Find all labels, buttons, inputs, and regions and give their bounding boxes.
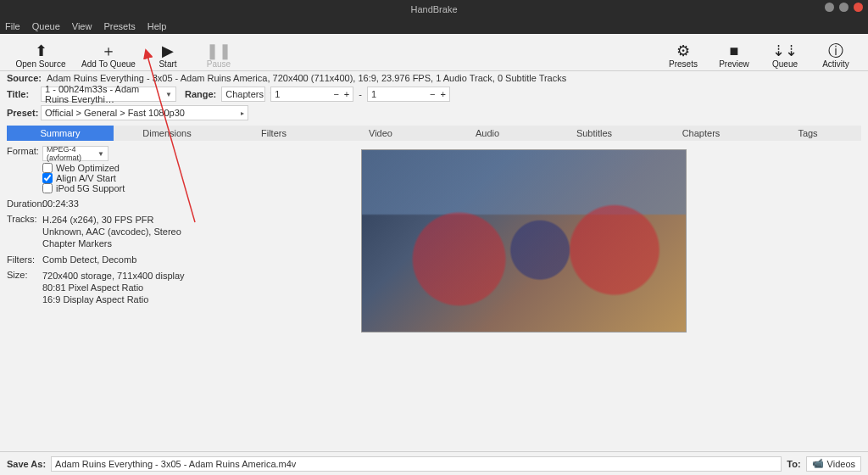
destination-button[interactable]: 📹 Videos — [806, 456, 861, 472]
filters-field: Filters: Comb Detect, Decomb — [7, 254, 354, 265]
range-label: Range: — [185, 89, 216, 99]
window-controls — [825, 3, 863, 12]
tab-subtitles[interactable]: Subtitles — [541, 126, 648, 141]
minus-icon[interactable]: − — [430, 89, 435, 99]
chevron-down-icon: ▼ — [160, 91, 172, 98]
range-to-input[interactable]: 1 −+ — [367, 87, 450, 102]
preview-thumbnail — [361, 149, 687, 332]
chevron-down-icon: ▼ — [92, 150, 104, 158]
preview-label: Preview — [719, 59, 749, 69]
destination-value: Videos — [827, 459, 855, 469]
format-dropdown[interactable]: MPEG-4 (avformat) ▼ — [42, 146, 108, 161]
tracks-field: Tracks: H.264 (x264), 30 FPS PFR Unknown… — [7, 214, 354, 249]
add-to-queue-label: Add To Queue — [81, 59, 136, 69]
track-line: H.264 (x264), 30 FPS PFR — [42, 214, 181, 226]
duration-label: Duration: — [7, 198, 42, 209]
preset-label: Preset: — [7, 108, 36, 118]
align-av-checkbox[interactable]: Align A/V Start — [42, 173, 125, 183]
format-value: MPEG-4 (avformat) — [47, 145, 92, 162]
title-dropdown[interactable]: 1 - 00h24m33s - Adam Ruins Everythi… ▼ — [41, 87, 176, 102]
info-icon: ⓘ — [828, 42, 843, 59]
web-optimized-label: Web Optimized — [56, 163, 120, 173]
minimize-button[interactable] — [825, 3, 834, 12]
saveas-label: Save As: — [7, 459, 46, 469]
tab-audio[interactable]: Audio — [434, 126, 541, 141]
add-to-queue-button[interactable]: ＋ Add To Queue — [75, 35, 142, 69]
saveas-value: Adam Ruins Everything - 3x05 - Adam Ruin… — [55, 459, 296, 469]
title-value: 1 - 00h24m33s - Adam Ruins Everythi… — [45, 84, 160, 104]
menu-view[interactable]: View — [72, 21, 92, 31]
tab-bar: Summary Dimensions Filters Video Audio S… — [7, 126, 861, 141]
plus-icon[interactable]: + — [344, 89, 349, 99]
source-row: Source: Adam Ruins Everything - 3x05 - A… — [0, 71, 868, 85]
filters-value: Comb Detect, Decomb — [42, 254, 136, 265]
size-line: 16:9 Display Aspect Ratio — [42, 293, 185, 305]
range-sep: - — [359, 89, 362, 99]
open-source-label: Open Source — [16, 59, 66, 69]
range-mode-dropdown[interactable]: Chapters ▼ — [221, 87, 265, 102]
format-field: Format: MPEG-4 (avformat) ▼ Web Optimize… — [7, 146, 354, 193]
duration-value: 00:24:33 — [42, 198, 79, 209]
plus-icon: ＋ — [101, 42, 116, 59]
activity-button[interactable]: ⓘ Activity — [810, 35, 861, 69]
menu-help[interactable]: Help — [147, 21, 167, 31]
queue-label: Queue — [772, 59, 798, 69]
start-button[interactable]: ▶ Start — [142, 35, 193, 69]
source-value: Adam Ruins Everything - 3x05 - Adam Ruin… — [47, 73, 566, 83]
upload-icon: ⬆ — [35, 42, 47, 59]
plus-icon[interactable]: + — [441, 89, 446, 99]
preset-dropdown[interactable]: Official > General > Fast 1080p30 ▸ — [41, 105, 248, 120]
menu-presets[interactable]: Presets — [103, 21, 135, 31]
presets-button[interactable]: ⚙ Presets — [658, 35, 709, 69]
tab-dimensions[interactable]: Dimensions — [114, 126, 220, 141]
tab-summary[interactable]: Summary — [7, 126, 114, 141]
menu-queue[interactable]: Queue — [32, 21, 60, 31]
tracks-value: H.264 (x264), 30 FPS PFR Unknown, AAC (a… — [42, 214, 181, 249]
menu-file[interactable]: File — [5, 21, 20, 31]
preset-row: Preset: Official > General > Fast 1080p3… — [0, 103, 868, 122]
title-label: Title: — [7, 89, 36, 99]
camera-icon: ■ — [730, 42, 739, 59]
size-field: Size: 720x400 storage, 711x400 display 8… — [7, 270, 354, 305]
window-title: HandBrake — [0, 4, 868, 14]
range-mode-value: Chapters — [225, 89, 264, 99]
web-optimized-checkbox[interactable]: Web Optimized — [42, 163, 125, 173]
play-icon: ▶ — [162, 42, 174, 59]
align-av-label: Align A/V Start — [56, 173, 116, 183]
presets-label: Presets — [669, 59, 698, 69]
preset-value: Official > General > Fast 1080p30 — [45, 108, 185, 118]
tab-chapters[interactable]: Chapters — [648, 126, 754, 141]
queue-button[interactable]: ⇣⇣ Queue — [760, 35, 810, 69]
tab-tags[interactable]: Tags — [754, 126, 861, 141]
tracks-label: Tracks: — [7, 214, 42, 224]
menubar: File Queue View Presets Help — [0, 19, 868, 34]
range-to-value: 1 — [371, 89, 376, 99]
tab-filters[interactable]: Filters — [220, 126, 327, 141]
range-from-input[interactable]: 1 −+ — [270, 87, 353, 102]
source-label: Source: — [7, 73, 42, 83]
minus-icon[interactable]: − — [333, 89, 338, 99]
camera-icon: 📹 — [812, 458, 824, 469]
open-source-button[interactable]: ⬆ Open Source — [7, 35, 75, 69]
pause-icon: ❚❚ — [206, 42, 231, 59]
pause-label: Pause — [207, 59, 231, 69]
titlebar: HandBrake — [0, 0, 868, 19]
format-label: Format: — [7, 146, 42, 156]
title-range-row: Title: 1 - 00h24m33s - Adam Ruins Everyt… — [0, 85, 868, 103]
save-bar: Save As: Adam Ruins Everything - 3x05 - … — [0, 451, 868, 475]
maximize-button[interactable] — [839, 3, 849, 12]
size-label: Size: — [7, 270, 42, 280]
ipod-label: iPod 5G Support — [56, 183, 125, 193]
size-line: 720x400 storage, 711x400 display — [42, 270, 185, 282]
activity-label: Activity — [822, 59, 849, 69]
track-line: Chapter Markers — [42, 238, 181, 249]
to-label: To: — [787, 459, 800, 469]
preview-button[interactable]: ■ Preview — [709, 35, 760, 69]
ipod-checkbox[interactable]: iPod 5G Support — [42, 183, 125, 193]
tab-video[interactable]: Video — [327, 126, 434, 141]
saveas-input[interactable]: Adam Ruins Everything - 3x05 - Adam Ruin… — [51, 456, 782, 472]
close-button[interactable] — [854, 3, 863, 12]
queue-icon: ⇣⇣ — [772, 42, 798, 59]
toolbar: ⬆ Open Source ＋ Add To Queue ▶ Start ❚❚ … — [0, 34, 868, 71]
duration-field: Duration: 00:24:33 — [7, 198, 354, 209]
